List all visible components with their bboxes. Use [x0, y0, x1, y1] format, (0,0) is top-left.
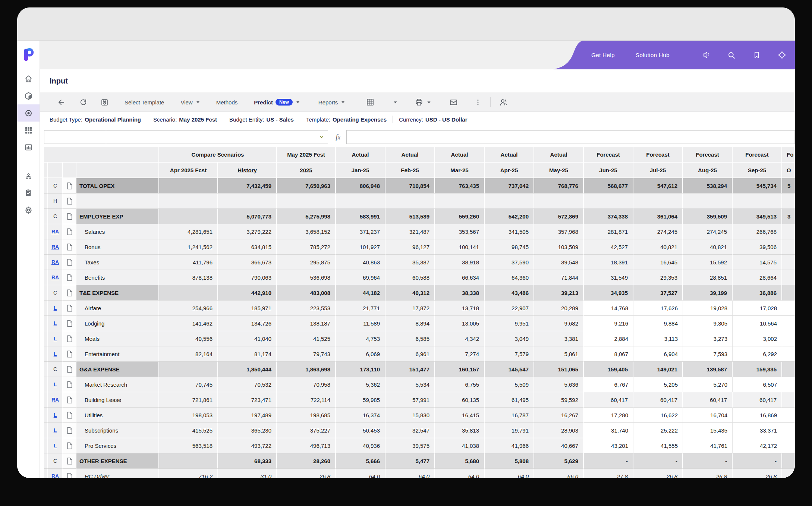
grid-cell[interactable]: 35,813 — [435, 423, 485, 438]
grid-cell[interactable]: 98,745 — [485, 239, 534, 255]
grid-cell[interactable]: 254,966 — [159, 301, 218, 316]
grid-cell[interactable]: 4,281,651 — [159, 224, 218, 239]
grid-cell[interactable]: 5,477 — [385, 453, 435, 469]
grid-cell[interactable]: 17,280 — [584, 408, 633, 423]
grid-cell[interactable]: 9,884 — [633, 316, 683, 331]
sidebar-item-apps[interactable] — [17, 122, 40, 139]
grid-cell[interactable]: 806,948 — [336, 178, 385, 194]
grid-cell[interactable]: 547,612 — [633, 178, 683, 194]
row-indicator-link[interactable]: L — [54, 305, 57, 311]
grid-cell[interactable]: 66.0 — [534, 469, 584, 478]
grid-cell[interactable] — [159, 178, 218, 194]
grid-cell[interactable]: 9,305 — [683, 316, 733, 331]
row-indicator-link[interactable]: L — [54, 427, 57, 433]
grid-cell[interactable]: 134,726 — [218, 316, 277, 331]
grid-cell[interactable]: 357,968 — [534, 224, 584, 239]
grid-cell[interactable]: 60,417 — [584, 392, 633, 408]
grid-cell[interactable]: 15,435 — [683, 423, 733, 438]
grid-cell[interactable]: 198,685 — [277, 408, 336, 423]
grid-cell[interactable]: 151,065 — [534, 362, 584, 377]
grid-cell[interactable]: 4,342 — [435, 331, 485, 346]
grid-cell[interactable] — [782, 453, 795, 469]
grid-cell[interactable]: 3,381 — [534, 331, 584, 346]
grid-cell[interactable]: 1,241,562 — [159, 239, 218, 255]
grid-cell[interactable]: 60,417 — [733, 392, 782, 408]
grid-cell[interactable]: 19,028 — [683, 301, 733, 316]
grid-cell[interactable]: 9,682 — [534, 316, 584, 331]
grid-cell[interactable] — [782, 392, 795, 408]
grid-cell[interactable] — [534, 194, 584, 209]
doc-icon-button[interactable] — [63, 194, 76, 209]
grid-cell[interactable]: 28,851 — [683, 270, 733, 285]
row-indicator[interactable]: RA — [48, 270, 63, 285]
row-indicator-link[interactable]: RA — [51, 274, 59, 280]
grid-cell[interactable] — [218, 194, 277, 209]
row-indicator-link[interactable]: RA — [51, 244, 59, 250]
row-indicator[interactable]: L — [48, 301, 63, 316]
megaphone-icon[interactable] — [701, 50, 711, 60]
grid-options-menu[interactable] — [393, 100, 398, 105]
grid-cell[interactable]: 9,951 — [485, 316, 534, 331]
grid-cell[interactable]: 8,894 — [385, 316, 435, 331]
grid-cell[interactable]: 4,753 — [336, 331, 385, 346]
grid-cell[interactable]: 35,387 — [385, 255, 435, 270]
grid-cell[interactable]: 538,294 — [683, 178, 733, 194]
crosshair-icon[interactable] — [777, 50, 787, 60]
grid-cell[interactable] — [782, 301, 795, 316]
sidebar-item-settings[interactable] — [17, 201, 40, 219]
grid-cell[interactable] — [336, 194, 385, 209]
doc-icon-button[interactable] — [63, 285, 76, 301]
row-indicator-link[interactable]: L — [54, 412, 57, 418]
grid-cell[interactable] — [385, 194, 435, 209]
grid-cell[interactable]: 60,135 — [435, 392, 485, 408]
grid-cell[interactable]: 5,629 — [534, 453, 584, 469]
grid-cell[interactable]: 15,592 — [683, 255, 733, 270]
grid-cell[interactable]: 6,755 — [435, 377, 485, 392]
get-help-link[interactable]: Get Help — [591, 52, 615, 59]
grid-cell[interactable]: 149,021 — [633, 362, 683, 377]
grid-cell[interactable]: 26.8 — [277, 469, 336, 478]
doc-icon-button[interactable] — [63, 438, 76, 453]
grid-cell[interactable]: 790,063 — [218, 270, 277, 285]
grid-cell[interactable]: 5,861 — [534, 346, 584, 362]
grid-cell[interactable]: 371,237 — [336, 224, 385, 239]
grid-cell[interactable]: 321,487 — [385, 224, 435, 239]
doc-icon-button[interactable] — [63, 209, 76, 224]
grid-cell[interactable]: 5,534 — [385, 377, 435, 392]
grid-cell[interactable]: - — [733, 453, 782, 469]
grid-cell[interactable]: 145,547 — [485, 362, 534, 377]
grid-cell[interactable]: 26.8 — [733, 469, 782, 478]
grid-cell[interactable]: 197,489 — [218, 408, 277, 423]
grid-cell[interactable]: 11,589 — [336, 316, 385, 331]
row-indicator-link[interactable]: L — [54, 351, 57, 357]
grid-cell[interactable]: 17,872 — [385, 301, 435, 316]
grid-cell[interactable]: 349,513 — [733, 209, 782, 224]
grid-cell[interactable]: 16,415 — [435, 408, 485, 423]
grid-cell[interactable]: 6,069 — [336, 346, 385, 362]
grid-cell[interactable]: 785,272 — [277, 239, 336, 255]
grid-cell[interactable]: 39,575 — [385, 438, 435, 453]
grid-cell[interactable]: 40,556 — [159, 331, 218, 346]
grid-cell[interactable]: 28,260 — [277, 453, 336, 469]
grid-cell[interactable] — [782, 239, 795, 255]
grid-cell[interactable]: 7,432,459 — [218, 178, 277, 194]
row-indicator[interactable]: RA — [48, 255, 63, 270]
grid-cell[interactable]: 43,201 — [584, 438, 633, 453]
grid-cell[interactable]: 374,338 — [584, 209, 633, 224]
grid-cell[interactable]: 266,768 — [733, 224, 782, 239]
methods-button[interactable]: Methods — [216, 99, 238, 106]
grid-cell[interactable]: 22,907 — [485, 301, 534, 316]
grid-cell[interactable]: 34,935 — [584, 285, 633, 301]
grid-cell[interactable]: 28,903 — [534, 423, 584, 438]
grid-cell[interactable]: 1,850,444 — [218, 362, 277, 377]
grid-cell[interactable]: 139,587 — [683, 362, 733, 377]
grid-cell[interactable]: 361,064 — [633, 209, 683, 224]
row-indicator[interactable]: L — [48, 423, 63, 438]
doc-icon-button[interactable] — [63, 423, 76, 438]
doc-icon-button[interactable] — [63, 408, 76, 423]
grid-cell[interactable]: 40,312 — [385, 285, 435, 301]
grid-cell[interactable]: 14,575 — [733, 255, 782, 270]
grid-cell[interactable] — [159, 362, 218, 377]
grid-cell[interactable]: 8,067 — [584, 346, 633, 362]
sidebar-item-hierarchy[interactable] — [17, 167, 40, 184]
